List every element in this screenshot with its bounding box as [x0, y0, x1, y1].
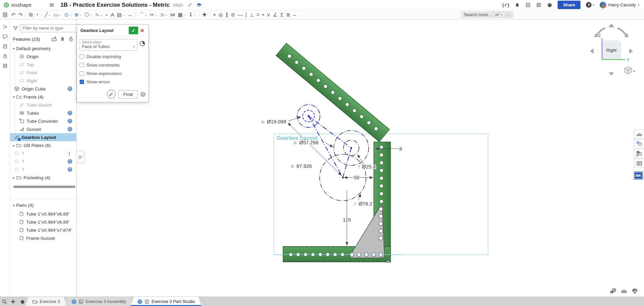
parallel-constraint-button[interactable]: ∥ [224, 10, 230, 19]
link-icon[interactable] [187, 2, 192, 7]
normal-constraint-button[interactable]: ∠ [272, 10, 279, 19]
checkbox[interactable] [80, 71, 84, 76]
coincident-constraint-button[interactable]: ⌖ [212, 10, 217, 19]
dropdown-caret-icon[interactable]: ⌄ [48, 13, 51, 16]
explore-icon[interactable] [547, 2, 552, 8]
rebuild-time-icon[interactable] [68, 36, 74, 42]
view-options-cube-button[interactable]: ▾ [625, 67, 635, 74]
rectangle-tool-button[interactable]: ▭⌄ [52, 10, 63, 19]
fillet-tool-button[interactable]: ⌒⌄ [137, 10, 149, 19]
versions-history-icon[interactable] [2, 24, 8, 30]
trim-tool-button[interactable]: ✂⌄ [149, 10, 159, 19]
dropdown-caret-icon[interactable]: ⌄ [122, 13, 125, 16]
vertical-constraint-button[interactable]: | [244, 10, 248, 19]
checkbox-row-show-constraints[interactable]: Show constraints [80, 63, 146, 68]
mirror-tool-button[interactable]: ⋈ [169, 10, 176, 19]
view-cube[interactable]: Right Z Y ▾ [586, 22, 637, 79]
text-tool-button[interactable]: A [110, 10, 116, 19]
dim-50[interactable]: 50 [354, 175, 360, 180]
feature-row-default-geometry[interactable]: ▾Default geometry [10, 44, 76, 52]
feature-row-top[interactable]: Top [10, 61, 76, 69]
feature-row-origin[interactable]: Origin [10, 52, 76, 61]
expand-caret-icon[interactable]: ▾ [11, 203, 16, 207]
appearance-panel-button[interactable] [634, 129, 644, 139]
symmetric-constraint-button[interactable]: ⋎ [265, 10, 272, 19]
feature-info-badge[interactable]: ! [68, 111, 72, 115]
dim-d25[interactable]: Ø25.4 [362, 164, 376, 169]
user-menu[interactable]: Harry Cassidy ▾ [600, 2, 639, 8]
comment-icon[interactable] [2, 34, 8, 39]
circle-tool-button[interactable]: ⊙⌄ [63, 10, 73, 19]
protractor-icon[interactable] [621, 288, 627, 294]
ellipse-tool-button[interactable]: ⊕⌄ [73, 10, 83, 19]
dim-115[interactable]: 115 [343, 217, 351, 223]
tab-exercise-3[interactable]: Exercise 3 [26, 297, 67, 306]
rollback-bar[interactable] [13, 186, 75, 188]
branch-name[interactable]: Main [173, 2, 183, 8]
dim-87[interactable]: 87.926 [296, 163, 312, 169]
slot-tool-button[interactable]: ▤⌄ [116, 10, 126, 19]
variables-panel-button[interactable] [634, 159, 644, 168]
tab-exercise-3-part-studio[interactable]: !Exercise 3 Part Studio [131, 297, 202, 306]
document-title[interactable]: 1B - Practice Exercise Solutions - Metri… [61, 2, 170, 8]
feature-info-badge[interactable]: ! [68, 119, 72, 123]
mk-app-button[interactable]: MK [634, 171, 643, 180]
dropdown-caret-icon[interactable]: ⌄ [183, 13, 186, 16]
dropdown-caret-icon[interactable]: ⌄ [100, 13, 103, 16]
checkbox-row-disable-imprinting[interactable]: Disable imprinting [80, 54, 146, 59]
notifications-bell-icon[interactable] [515, 2, 520, 8]
configurations-panel-button[interactable] [634, 139, 644, 148]
tab-info-badge[interactable]: ! [137, 299, 142, 304]
feature-time-icon[interactable] [139, 40, 146, 47]
dropdown-caret-icon[interactable]: ⌄ [194, 13, 196, 16]
center-point[interactable] [308, 115, 310, 117]
feature-row-frame-4[interactable]: ▾Frame (4) [10, 93, 76, 101]
point-tool-button[interactable]: ∘ [104, 10, 109, 19]
redo-button[interactable]: ↷ [17, 10, 24, 19]
tab-exercise-3-assembly[interactable]: !Exercise 3 Assembly [65, 297, 133, 306]
dropdown-caret-icon[interactable]: ⌄ [59, 13, 62, 16]
dropdown-caret-icon[interactable]: ⌄ [155, 13, 158, 16]
help-menu[interactable]: ? ▾ [586, 2, 594, 8]
equal-constraint-button[interactable]: = [255, 10, 261, 19]
checkbox-row-show-expressions[interactable]: Show expressions [80, 71, 146, 76]
part-row-tube-1-x0-984-x6-89[interactable]: Tube 1"x0.984"x6.89" [10, 210, 76, 218]
filter-funnel-icon[interactable] [13, 26, 18, 31]
dropdown-caret-icon[interactable]: ⌄ [79, 13, 82, 16]
history-icon[interactable] [2, 53, 8, 59]
learning-center-icon[interactable] [196, 2, 202, 8]
sketch-point[interactable] [387, 260, 390, 263]
checkbox-row-show-errors[interactable]: ✓Show errors [80, 79, 146, 84]
diagonal-tube[interactable] [276, 43, 390, 142]
expression-button[interactable]: Σ [279, 10, 285, 19]
feature-row-pocketing-4[interactable]: ▸Pocketing (4) [10, 174, 76, 182]
feature-info-badge[interactable]: ! [68, 159, 72, 164]
expand-caret-icon[interactable]: ▾ [11, 47, 16, 50]
search-tools[interactable]: Search tools... alt/⌥ c [461, 11, 514, 18]
rotate-cw-arrow[interactable] [617, 28, 626, 35]
feature-info-badge[interactable]: ! [68, 127, 72, 131]
accept-button[interactable]: ✓ [129, 27, 138, 34]
feature-row-item[interactable]: ?! [10, 157, 76, 165]
spline-tool-button[interactable]: ∿⌄ [93, 10, 104, 19]
onshape-logo[interactable]: onshape [3, 2, 32, 8]
dim-8[interactable]: 8 [399, 146, 402, 152]
part-row-tube-1-x0-984-x6-89[interactable]: Tube 1"x0.984"x6.89" [10, 218, 76, 226]
add-tab-icon[interactable] [9, 297, 17, 306]
cancel-button[interactable]: × [138, 27, 146, 34]
add-folder-icon[interactable] [51, 36, 57, 42]
dropdown-caret-icon[interactable]: ⌄ [165, 13, 168, 16]
release-tasks-icon[interactable] [525, 2, 531, 8]
line-tool-button[interactable]: ╱⌄ [43, 10, 52, 19]
arc-tool-button[interactable]: ⌣ [292, 10, 298, 19]
dropdown-caret-icon[interactable]: ⌄ [69, 13, 72, 16]
feature-info-badge[interactable]: ! [68, 86, 72, 91]
center-point[interactable] [351, 147, 352, 149]
tab-info-badge[interactable]: ! [72, 299, 76, 304]
features-panel-handle[interactable] [77, 151, 84, 163]
tape-measure-icon[interactable] [610, 288, 616, 294]
mass-properties-icon[interactable] [632, 288, 638, 294]
feature-info-badge[interactable]: ! [68, 167, 72, 172]
feature-row-gusset[interactable]: Gusset! [10, 125, 76, 133]
sketch-mode-button[interactable] [107, 90, 116, 99]
